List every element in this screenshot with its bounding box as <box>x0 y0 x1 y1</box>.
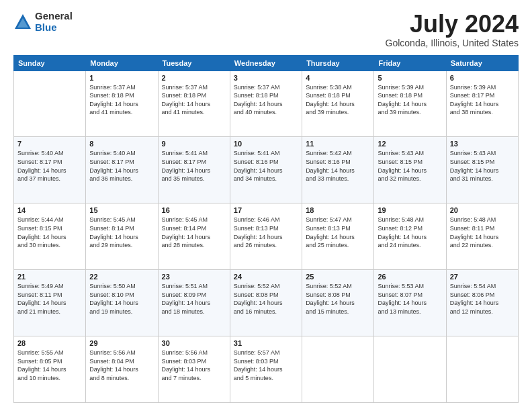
day-info: Sunrise: 5:40 AM Sunset: 8:17 PM Dayligh… <box>89 149 154 183</box>
day-info: Sunrise: 5:45 AM Sunset: 8:14 PM Dayligh… <box>89 216 154 249</box>
day-info: Sunrise: 5:41 AM Sunset: 8:17 PM Dayligh… <box>162 149 226 183</box>
calendar-cell-w5-d5 <box>374 336 446 403</box>
calendar-week-2: 7Sunrise: 5:40 AM Sunset: 8:17 PM Daylig… <box>14 137 519 203</box>
day-info: Sunrise: 5:44 AM Sunset: 8:15 PM Dayligh… <box>17 216 82 249</box>
logo-text: General Blue <box>35 11 73 33</box>
day-number: 13 <box>450 140 515 148</box>
day-info: Sunrise: 5:56 AM Sunset: 8:04 PM Dayligh… <box>89 349 154 382</box>
calendar-cell-w4-d4: 25Sunrise: 5:52 AM Sunset: 8:08 PM Dayli… <box>302 270 374 336</box>
day-info: Sunrise: 5:47 AM Sunset: 8:13 PM Dayligh… <box>306 216 370 249</box>
calendar-cell-w2-d0: 7Sunrise: 5:40 AM Sunset: 8:17 PM Daylig… <box>14 137 86 203</box>
day-number: 23 <box>162 273 226 281</box>
calendar-cell-w2-d6: 13Sunrise: 5:43 AM Sunset: 8:15 PM Dayli… <box>446 137 518 203</box>
day-number: 26 <box>378 273 442 281</box>
day-number: 11 <box>306 140 370 148</box>
day-number: 16 <box>162 206 226 214</box>
calendar-cell-w2-d4: 11Sunrise: 5:42 AM Sunset: 8:16 PM Dayli… <box>302 137 374 203</box>
day-number: 29 <box>89 339 154 347</box>
col-friday: Friday <box>374 55 446 71</box>
calendar-header-row: Sunday Monday Tuesday Wednesday Thursday… <box>14 55 519 71</box>
calendar-cell-w2-d5: 12Sunrise: 5:43 AM Sunset: 8:15 PM Dayli… <box>374 137 446 203</box>
calendar-cell-w5-d3: 31Sunrise: 5:57 AM Sunset: 8:03 PM Dayli… <box>230 336 302 403</box>
day-info: Sunrise: 5:48 AM Sunset: 8:12 PM Dayligh… <box>378 216 442 249</box>
day-info: Sunrise: 5:54 AM Sunset: 8:06 PM Dayligh… <box>450 282 515 316</box>
calendar-cell-w1-d1: 1Sunrise: 5:37 AM Sunset: 8:18 PM Daylig… <box>86 71 158 137</box>
day-number: 4 <box>306 74 370 82</box>
day-number: 10 <box>234 140 298 148</box>
day-number: 9 <box>162 140 226 148</box>
day-info: Sunrise: 5:41 AM Sunset: 8:16 PM Dayligh… <box>234 149 298 183</box>
day-number: 19 <box>378 206 442 214</box>
calendar-cell-w5-d1: 29Sunrise: 5:56 AM Sunset: 8:04 PM Dayli… <box>86 336 158 403</box>
calendar-week-4: 21Sunrise: 5:49 AM Sunset: 8:11 PM Dayli… <box>14 270 519 336</box>
day-info: Sunrise: 5:39 AM Sunset: 8:18 PM Dayligh… <box>378 83 442 117</box>
logo-blue-text: Blue <box>35 22 73 34</box>
calendar-cell-w4-d2: 23Sunrise: 5:51 AM Sunset: 8:09 PM Dayli… <box>158 270 230 336</box>
month-year-title: July 2024 <box>386 11 519 38</box>
col-monday: Monday <box>86 55 158 71</box>
day-number: 24 <box>234 273 298 281</box>
col-saturday: Saturday <box>446 55 518 71</box>
calendar-cell-w3-d6: 20Sunrise: 5:48 AM Sunset: 8:11 PM Dayli… <box>446 203 518 270</box>
col-thursday: Thursday <box>302 55 374 71</box>
calendar-table: Sunday Monday Tuesday Wednesday Thursday… <box>13 55 519 403</box>
day-number: 27 <box>450 273 515 281</box>
col-tuesday: Tuesday <box>158 55 230 71</box>
day-info: Sunrise: 5:42 AM Sunset: 8:16 PM Dayligh… <box>306 149 370 183</box>
day-number: 15 <box>89 206 154 214</box>
day-number: 6 <box>450 74 515 82</box>
calendar-cell-w1-d4: 4Sunrise: 5:38 AM Sunset: 8:18 PM Daylig… <box>302 71 374 137</box>
day-number: 28 <box>17 339 82 347</box>
day-info: Sunrise: 5:51 AM Sunset: 8:09 PM Dayligh… <box>162 282 226 316</box>
calendar-cell-w5-d4 <box>302 336 374 403</box>
day-info: Sunrise: 5:37 AM Sunset: 8:18 PM Dayligh… <box>162 83 226 117</box>
day-info: Sunrise: 5:40 AM Sunset: 8:17 PM Dayligh… <box>17 149 82 183</box>
page: General Blue July 2024 Golconda, Illinoi… <box>0 0 532 411</box>
day-number: 7 <box>17 140 82 148</box>
calendar-week-5: 28Sunrise: 5:55 AM Sunset: 8:05 PM Dayli… <box>14 336 519 403</box>
calendar-cell-w1-d0 <box>14 71 86 137</box>
calendar-cell-w4-d6: 27Sunrise: 5:54 AM Sunset: 8:06 PM Dayli… <box>446 270 518 336</box>
day-info: Sunrise: 5:43 AM Sunset: 8:15 PM Dayligh… <box>378 149 442 183</box>
day-info: Sunrise: 5:37 AM Sunset: 8:18 PM Dayligh… <box>89 83 154 117</box>
day-number: 20 <box>450 206 515 214</box>
col-sunday: Sunday <box>14 55 86 71</box>
calendar-cell-w4-d1: 22Sunrise: 5:50 AM Sunset: 8:10 PM Dayli… <box>86 270 158 336</box>
day-number: 5 <box>378 74 442 82</box>
day-info: Sunrise: 5:46 AM Sunset: 8:13 PM Dayligh… <box>234 216 298 249</box>
day-number: 31 <box>234 339 298 347</box>
title-block: July 2024 Golconda, Illinois, United Sta… <box>386 11 519 48</box>
day-number: 3 <box>234 74 298 82</box>
logo-icon <box>13 13 32 32</box>
day-number: 12 <box>378 140 442 148</box>
calendar-cell-w1-d3: 3Sunrise: 5:37 AM Sunset: 8:18 PM Daylig… <box>230 71 302 137</box>
calendar-cell-w2-d3: 10Sunrise: 5:41 AM Sunset: 8:16 PM Dayli… <box>230 137 302 203</box>
day-info: Sunrise: 5:53 AM Sunset: 8:07 PM Dayligh… <box>378 282 442 316</box>
calendar-cell-w3-d1: 15Sunrise: 5:45 AM Sunset: 8:14 PM Dayli… <box>86 203 158 270</box>
day-info: Sunrise: 5:56 AM Sunset: 8:03 PM Dayligh… <box>162 349 226 382</box>
calendar-cell-w5-d0: 28Sunrise: 5:55 AM Sunset: 8:05 PM Dayli… <box>14 336 86 403</box>
location-subtitle: Golconda, Illinois, United States <box>386 38 519 48</box>
logo: General Blue <box>13 11 73 33</box>
day-number: 2 <box>162 74 226 82</box>
calendar-cell-w4-d5: 26Sunrise: 5:53 AM Sunset: 8:07 PM Dayli… <box>374 270 446 336</box>
header: General Blue July 2024 Golconda, Illinoi… <box>13 11 519 48</box>
calendar-cell-w5-d6 <box>446 336 518 403</box>
calendar-cell-w3-d4: 18Sunrise: 5:47 AM Sunset: 8:13 PM Dayli… <box>302 203 374 270</box>
day-info: Sunrise: 5:45 AM Sunset: 8:14 PM Dayligh… <box>162 216 226 249</box>
calendar-cell-w1-d2: 2Sunrise: 5:37 AM Sunset: 8:18 PM Daylig… <box>158 71 230 137</box>
calendar-cell-w4-d0: 21Sunrise: 5:49 AM Sunset: 8:11 PM Dayli… <box>14 270 86 336</box>
day-info: Sunrise: 5:48 AM Sunset: 8:11 PM Dayligh… <box>450 216 515 249</box>
day-number: 30 <box>162 339 226 347</box>
day-number: 8 <box>89 140 154 148</box>
day-info: Sunrise: 5:52 AM Sunset: 8:08 PM Dayligh… <box>234 282 298 316</box>
calendar-cell-w5-d2: 30Sunrise: 5:56 AM Sunset: 8:03 PM Dayli… <box>158 336 230 403</box>
day-info: Sunrise: 5:49 AM Sunset: 8:11 PM Dayligh… <box>17 282 82 316</box>
calendar-cell-w2-d2: 9Sunrise: 5:41 AM Sunset: 8:17 PM Daylig… <box>158 137 230 203</box>
day-number: 21 <box>17 273 82 281</box>
calendar-cell-w3-d5: 19Sunrise: 5:48 AM Sunset: 8:12 PM Dayli… <box>374 203 446 270</box>
calendar-cell-w3-d3: 17Sunrise: 5:46 AM Sunset: 8:13 PM Dayli… <box>230 203 302 270</box>
col-wednesday: Wednesday <box>230 55 302 71</box>
calendar-cell-w2-d1: 8Sunrise: 5:40 AM Sunset: 8:17 PM Daylig… <box>86 137 158 203</box>
calendar-cell-w1-d5: 5Sunrise: 5:39 AM Sunset: 8:18 PM Daylig… <box>374 71 446 137</box>
